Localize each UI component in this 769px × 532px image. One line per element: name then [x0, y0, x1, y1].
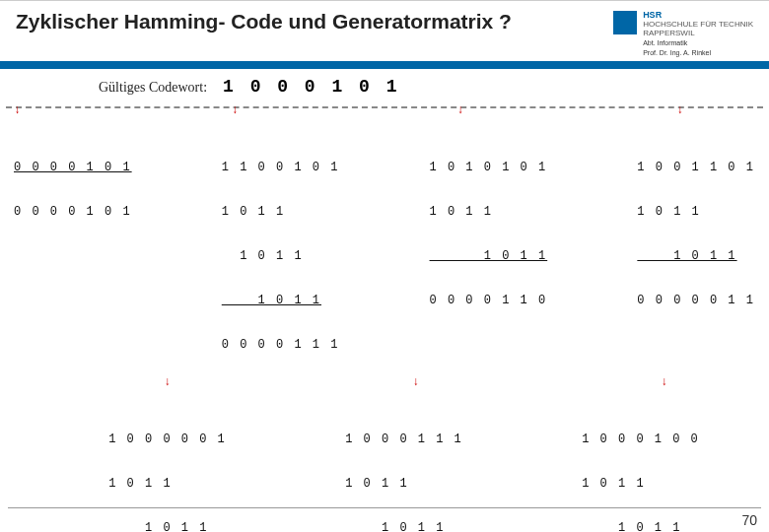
page-number: 70	[741, 512, 757, 528]
calc-block: ↓ 1 0 0 1 1 0 1 1 0 1 1 1 0 1 1 0 0 0 0 …	[637, 116, 755, 382]
footer-line	[8, 507, 761, 508]
calc-line: 1 0 1 1	[345, 477, 463, 492]
page-title: Zyklischer Hamming- Code und Generatorma…	[16, 9, 613, 33]
calc-row-top: ↓ 0 0 0 0 1 0 1 0 0 0 0 1 0 1 ↓ 1 1 0 0 …	[0, 110, 769, 382]
calc-line: 0 0 0 0 0 1 1	[637, 294, 755, 308]
calc-line: 1 0 1 0 1 0 1	[430, 161, 548, 175]
calc-line: 1 0 1 1	[430, 205, 548, 220]
calc-line: 1 0 0 0 1 1 1	[345, 432, 463, 447]
calc-line: 1 0 1 1	[108, 477, 227, 492]
calc-block: ↓ 1 0 0 0 0 0 1 1 0 1 1 1 0 1 1 1 0 1 1 …	[108, 388, 227, 532]
calc-line: 0 0 0 0 1 0 1	[14, 205, 132, 220]
calc-row-bottom: ↓ 1 0 0 0 0 0 1 1 0 1 1 1 0 1 1 1 0 1 1 …	[0, 382, 769, 532]
calc-line: 1 0 1 1	[637, 249, 755, 264]
calc-line: 1 1 0 0 1 0 1	[222, 161, 340, 175]
arrow-down-icon: ↓	[412, 376, 421, 388]
logo: HSR HOCHSCHULE FÜR TECHNIK RAPPERSWIL Ab…	[613, 11, 753, 57]
arrow-down-icon: ↓	[457, 104, 466, 116]
calc-line: 1 0 0 1 1 0 1	[637, 161, 755, 175]
dashed-divider-1	[6, 106, 763, 108]
calc-line: 1 0 1 1	[582, 521, 700, 532]
calc-line: 0 0 0 0 1 1 0	[430, 294, 548, 308]
arrow-down-icon: ↓	[661, 376, 669, 388]
arrow-down-icon: ↓	[14, 104, 23, 116]
arrow-down-icon: ↓	[232, 104, 241, 116]
arrow-down-icon: ↓	[676, 104, 685, 116]
codeword-value: 1 0 0 0 1 0 1	[223, 77, 399, 97]
calc-block: ↓ 0 0 0 0 1 0 1 0 0 0 0 1 0 1	[14, 116, 132, 382]
calc-block: ↓ 1 0 0 0 1 1 1 1 0 1 1 1 0 1 1 1 0 1 1 …	[345, 388, 463, 532]
calc-line: 1 0 0 0 1 0 0	[582, 432, 700, 447]
arrow-down-icon: ↓	[164, 376, 173, 388]
logo-line2: RAPPERSWIL	[643, 30, 753, 38]
calc-block: ↓ 1 0 0 0 1 0 0 1 0 1 1 1 0 1 1 1 0 1 1 …	[582, 388, 700, 532]
calc-line: 1 0 1 1	[637, 205, 755, 220]
logo-prof: Prof. Dr. Ing. A. Rinkel	[643, 49, 753, 57]
calc-line: 1 0 1 1	[430, 249, 548, 264]
calc-block: ↓ 1 0 1 0 1 0 1 1 0 1 1 1 0 1 1 0 0 0 0 …	[430, 116, 548, 382]
calc-line: 1 0 1 1	[108, 521, 227, 532]
calc-line: 0 0 0 0 1 0 1	[14, 161, 132, 175]
calc-line: 1 0 1 1	[222, 249, 340, 264]
header-divider	[0, 61, 769, 69]
calc-line: 1 0 1 1	[222, 294, 340, 308]
logo-dept: Abt. Informatik	[643, 39, 753, 47]
calc-line: 0 0 0 0 1 1 1	[222, 338, 340, 353]
calc-line: 1 0 1 1	[222, 205, 340, 220]
calc-block: ↓ 1 1 0 0 1 0 1 1 0 1 1 1 0 1 1 1 0 1 1 …	[222, 116, 340, 382]
calc-line: 1 0 1 1	[582, 477, 700, 492]
calc-line: 1 0 0 0 0 0 1	[108, 432, 227, 447]
logo-square-icon	[613, 11, 637, 34]
codeword-label: Gültiges Codewort:	[99, 80, 207, 96]
calc-line: 1 0 1 1	[345, 521, 463, 532]
